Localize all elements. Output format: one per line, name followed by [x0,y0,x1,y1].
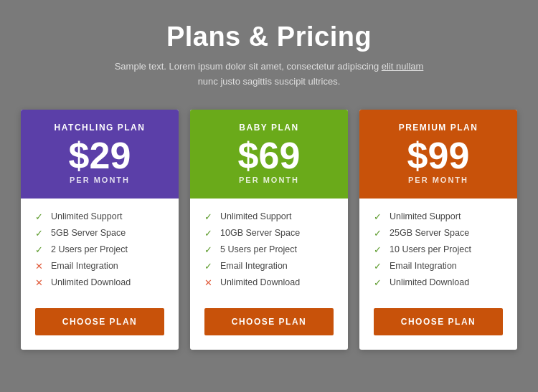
plan-name-premium: PREMIUM PLAN [374,123,503,133]
plan-features-hatchling: ✓Unlimited Support✓5GB Server Space✓2 Us… [21,199,179,300]
page-title: Plans & Pricing [166,21,372,52]
feature-item-baby-0: ✓Unlimited Support [204,211,334,222]
page-subtitle: Sample text. Lorem ipsum dolor sit amet,… [115,59,424,90]
feature-text-baby-1: 10GB Server Space [220,228,300,238]
feature-text-premium-4: Unlimited Download [390,277,469,287]
plan-period-hatchling: PER MONTH [35,176,164,184]
feature-item-premium-3: ✓Email Integration [374,261,503,272]
subtitle-text-1: Sample text. Lorem ipsum dolor sit amet,… [115,61,382,72]
feature-text-premium-2: 10 Users per Project [390,244,471,254]
feature-text-premium-1: 25GB Server Space [390,228,469,238]
check-icon: ✓ [374,261,384,272]
plan-card-premium: PREMIUM PLAN$99PER MONTH✓Unlimited Suppo… [359,110,517,350]
feature-item-premium-4: ✓Unlimited Download [374,277,503,288]
plan-card-baby: BABY PLAN$69PER MONTH✓Unlimited Support✓… [190,110,348,350]
choose-plan-button-premium[interactable]: CHOOSE PLAN [374,308,503,335]
check-icon: ✓ [204,261,214,272]
check-icon: ✓ [204,244,214,255]
feature-item-hatchling-4: ✕Unlimited Download [35,277,164,288]
plan-footer-hatchling: CHOOSE PLAN [21,300,179,350]
feature-text-baby-4: Unlimited Download [220,277,300,287]
plan-header-premium: PREMIUM PLAN$99PER MONTH [359,110,517,199]
plan-features-baby: ✓Unlimited Support✓10GB Server Space✓5 U… [190,199,348,300]
subtitle-text-2: nunc justo sagittis suscipit ultrices. [198,76,341,87]
plan-header-baby: BABY PLAN$69PER MONTH [190,110,348,199]
feature-text-hatchling-4: Unlimited Download [51,277,131,287]
feature-item-premium-1: ✓25GB Server Space [374,228,503,239]
choose-plan-button-hatchling[interactable]: CHOOSE PLAN [35,308,164,335]
check-icon: ✓ [35,244,45,255]
plan-header-hatchling: HATCHLING PLAN$29PER MONTH [21,110,179,199]
feature-text-premium-0: Unlimited Support [390,211,461,221]
feature-text-hatchling-3: Email Integration [51,261,118,271]
check-icon: ✓ [35,228,45,239]
check-icon: ✓ [374,277,384,288]
check-icon: ✓ [204,211,214,222]
feature-item-baby-4: ✕Unlimited Download [204,277,334,288]
check-icon: ✓ [374,211,384,222]
cross-icon: ✕ [35,277,45,288]
feature-text-baby-0: Unlimited Support [220,211,291,221]
plans-container: HATCHLING PLAN$29PER MONTH✓Unlimited Sup… [14,110,524,350]
plan-name-hatchling: HATCHLING PLAN [35,123,164,133]
choose-plan-button-baby[interactable]: CHOOSE PLAN [204,308,334,335]
check-icon: ✓ [35,211,45,222]
check-icon: ✓ [204,228,214,239]
plan-period-premium: PER MONTH [374,176,503,184]
feature-text-baby-2: 5 Users per Project [220,244,297,254]
plan-price-hatchling: $29 [35,137,164,174]
feature-text-premium-3: Email Integration [390,261,457,271]
cross-icon: ✕ [204,277,214,288]
subtitle-link: elit nullam [382,61,424,72]
feature-item-premium-2: ✓10 Users per Project [374,244,503,255]
check-icon: ✓ [374,244,384,255]
cross-icon: ✕ [35,261,45,272]
feature-text-hatchling-0: Unlimited Support [51,211,122,221]
plan-footer-baby: CHOOSE PLAN [190,300,348,350]
feature-item-hatchling-2: ✓2 Users per Project [35,244,164,255]
feature-item-baby-1: ✓10GB Server Space [204,228,334,239]
check-icon: ✓ [374,228,384,239]
feature-text-baby-3: Email Integration [220,261,288,271]
feature-item-hatchling-3: ✕Email Integration [35,261,164,272]
plan-features-premium: ✓Unlimited Support✓25GB Server Space✓10 … [359,199,517,300]
plan-name-baby: BABY PLAN [204,123,334,133]
plan-card-hatchling: HATCHLING PLAN$29PER MONTH✓Unlimited Sup… [21,110,179,350]
feature-item-hatchling-1: ✓5GB Server Space [35,228,164,239]
feature-item-hatchling-0: ✓Unlimited Support [35,211,164,222]
feature-text-hatchling-1: 5GB Server Space [51,228,126,238]
feature-item-premium-0: ✓Unlimited Support [374,211,503,222]
feature-text-hatchling-2: 2 Users per Project [51,244,128,254]
feature-item-baby-3: ✓Email Integration [204,261,334,272]
plan-period-baby: PER MONTH [204,176,334,184]
plan-price-premium: $99 [374,137,503,174]
feature-item-baby-2: ✓5 Users per Project [204,244,334,255]
plan-footer-premium: CHOOSE PLAN [359,300,517,350]
plan-price-baby: $69 [204,137,334,174]
